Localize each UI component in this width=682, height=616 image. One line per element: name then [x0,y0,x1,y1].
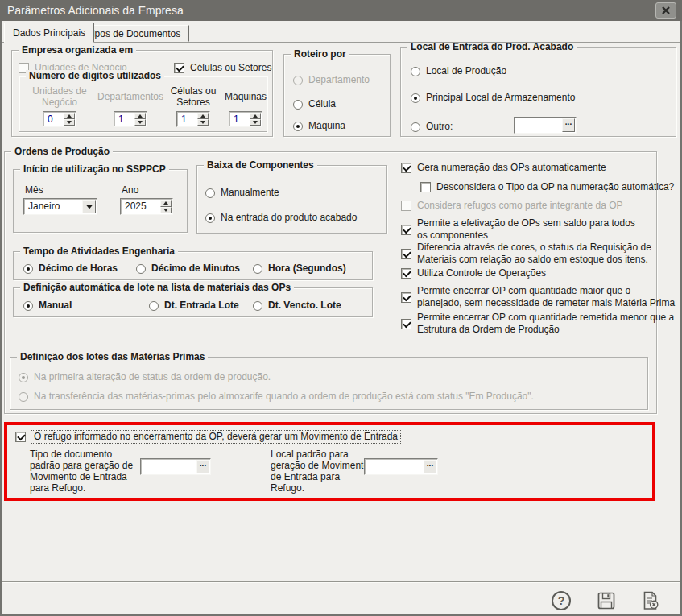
local-producao-radio[interactable] [411,67,420,76]
utiliza-controle-checkbox[interactable] [401,268,411,279]
spinner-down-icon[interactable] [250,119,261,126]
celulas-setores-checkbox[interactable] [174,63,184,73]
lote-dt-vencto-radio[interactable] [253,301,262,311]
considera-refugos-label: Considera refugos como parte integrante … [417,200,622,212]
question-circle-icon: ? [552,591,571,610]
local-armazenamento-radio[interactable] [411,93,420,103]
spinner-up-icon[interactable] [197,113,209,119]
local-armazenamento-label: Principal Local de Armazenamento [426,92,575,104]
cancel-button[interactable] [639,589,663,613]
baixa-entrada-produto-radio[interactable] [205,213,215,223]
group-tempo-atividades-title: Tempo de Atividades Engenharia [20,246,178,257]
outro-input[interactable]: ... [514,117,577,134]
roteiro-maquina-radio[interactable] [293,122,303,131]
group-numero-digitos: Número de dígitos utilizados Unidades de… [19,76,267,132]
permite-efetivacao-checkbox[interactable] [401,225,411,235]
close-button[interactable] [655,2,676,19]
mes-value: Janeiro [28,201,60,213]
dropdown-arrow-icon[interactable] [82,200,96,213]
lote-dt-vencto-label: Dt. Vencto. Lote [268,300,341,312]
encerrar-menor-checkbox[interactable] [401,319,411,329]
encerrar-maior-checkbox[interactable] [401,292,411,303]
lote-dt-entrada-radio[interactable] [149,301,159,311]
mes-label: Mês [25,184,43,196]
roteiro-maquina-label: Máquina [308,120,345,132]
group-definicao-lote-title: Definição automática de lote na lista de… [20,282,294,293]
group-definicao-lote: Definição automática de lote na lista de… [13,287,373,317]
roteiro-celula-label: Célula [308,98,336,110]
encerrar-maior-label: Permite encerrar OP com quantidade maior… [417,285,675,309]
lote-manual-label: Manual [39,300,72,312]
group-local-entrada: Local de Entrada do Prod. Acabado Local … [400,47,676,137]
spinner-up-icon[interactable] [160,200,172,207]
digitos-departamentos-label: Departamentos [97,84,163,109]
spinner-up-icon[interactable] [134,113,146,119]
digitos-maquinas-spinner[interactable]: 1 [229,111,262,127]
title-bar[interactable]: Parâmetros Adicionais da Empresa [0,0,682,21]
local-producao-label: Local de Produção [426,65,506,77]
desconsidera-tipo-op-label: Desconsidera o Tipo da OP na numeração a… [436,181,674,193]
group-baixa-componentes-title: Baixa de Componentes [204,159,317,171]
tipo-documento-browse-button[interactable]: ... [196,460,209,473]
spinner-down-icon[interactable] [64,119,75,126]
diferencia-cores-checkbox[interactable] [401,249,411,259]
tempo-hora-segundos-label: Hora (Segundos) [268,263,346,275]
digitos-departamentos-spinner[interactable]: 1 [114,111,147,127]
group-ordens-producao-title: Ordens de Produção [11,146,113,157]
ano-spinner[interactable]: 2025 [120,198,173,215]
local-outro-radio[interactable] [411,122,420,132]
mes-dropdown[interactable]: Janeiro [23,198,97,215]
tempo-decimo-minutos-label: Décimo de Minutos [151,263,240,275]
tempo-decimo-horas-label: Décimo de Horas [39,263,118,275]
baixa-manualmente-radio[interactable] [205,188,215,198]
lote-dt-entrada-label: Dt. Entrada Lote [164,300,239,312]
spinner-down-icon[interactable] [134,119,146,126]
spinner-up-icon[interactable] [64,113,75,119]
save-button[interactable] [594,589,618,613]
spinner-up-icon[interactable] [250,113,261,119]
group-tempo-atividades: Tempo de Atividades Engenharia Décimo de… [13,251,373,280]
tab-dados-principais-label: Dados Principais [13,27,85,39]
group-lotes-materias-primas: Definição dos lotes das Matérias Primas … [10,357,648,410]
group-roteiro-por: Roteiro por Departamento Célula Máquina [283,54,391,137]
lote-manual-radio[interactable] [23,301,33,311]
tipo-documento-padrao-label: Tipo de documento padrão para geração de… [30,449,133,494]
refugo-movimento-entrada-checkbox[interactable] [15,432,26,442]
group-empresa-organizada-title: Empresa organizada em [19,44,136,56]
ano-value: 2025 [125,201,147,213]
permite-efetivacao-label: Permite a efetivação de OPs sem saldo pa… [417,217,635,242]
tab-panel-edge [0,42,682,43]
local-padrao-label: Local padrão para geração de Movimento d… [271,449,369,494]
digitos-unidades-spinner[interactable]: 0 [43,111,76,127]
local-padrao-browse-button[interactable]: ... [424,460,436,473]
outro-browse-button[interactable]: ... [562,118,575,132]
floppy-disk-icon [596,590,617,611]
tab-tipos-de-documentos-label: Tipos de Documentos [87,28,180,39]
tab-dados-principais[interactable]: Dados Principais [4,23,94,43]
local-padrao-input[interactable]: ... [364,458,438,475]
lotes-primeira-alteracao-label: Na primeira alteração de status da ordem… [34,371,271,383]
spinner-down-icon[interactable] [160,207,172,214]
diferencia-cores-label: Diferencia através de cores, o status da… [417,242,651,266]
utiliza-controle-label: Utiliza Controle de Operações [417,267,546,279]
tempo-decimo-minutos-radio[interactable] [136,264,146,274]
group-baixa-componentes: Baixa de Componentes Manualmente Na entr… [196,165,387,234]
desconsidera-tipo-op-checkbox[interactable] [420,182,431,192]
spinner-down-icon[interactable] [197,119,209,126]
roteiro-departamento-radio[interactable] [293,76,303,85]
digitos-celulas-spinner[interactable]: 1 [176,111,210,127]
lotes-transferencia-radio[interactable] [19,392,28,402]
help-button[interactable]: ? [549,589,573,613]
tempo-decimo-horas-radio[interactable] [23,264,33,274]
tempo-hora-segundos-radio[interactable] [253,264,262,274]
tab-tipos-de-documentos[interactable]: Tipos de Documentos [78,25,189,42]
gera-numeracao-checkbox[interactable] [401,163,411,173]
group-inicio-utilizacao-title: Início de utilização no SSPPCP [20,163,169,175]
tipo-documento-input[interactable]: ... [140,458,211,475]
group-numero-digitos-title: Número de dígitos utilizados [26,70,164,81]
lotes-primeira-alteracao-radio[interactable] [19,373,28,382]
digitos-departamentos-value: 1 [118,114,124,126]
roteiro-celula-radio[interactable] [293,100,303,110]
lotes-transferencia-label: Na transferência das matérias-primas pel… [34,391,534,403]
considera-refugos-checkbox[interactable] [401,201,411,211]
